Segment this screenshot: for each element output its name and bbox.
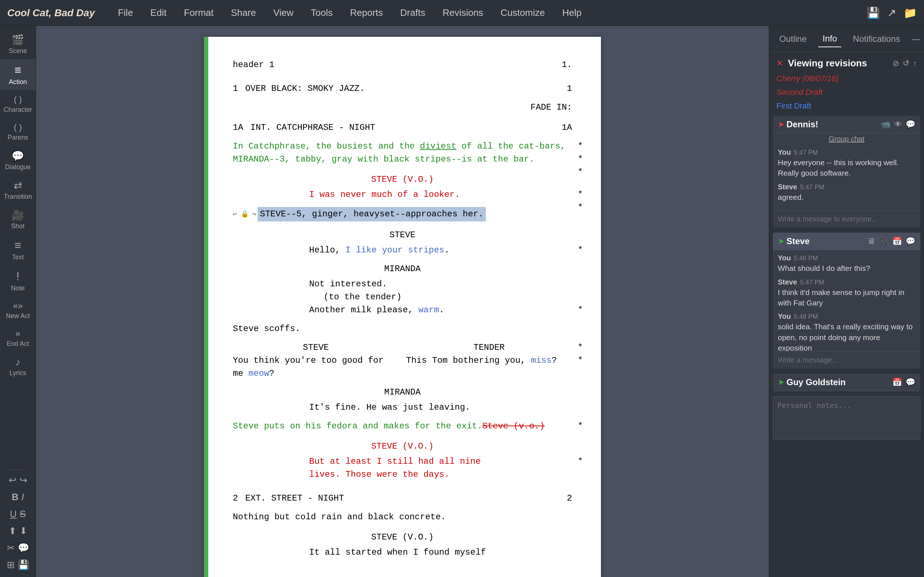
menu-view[interactable]: View <box>265 0 302 26</box>
toolbar-row-5: ✂ 💬 <box>4 540 32 556</box>
steve-message-input[interactable] <box>778 355 915 366</box>
toolbar-character[interactable]: ( ) Character <box>0 90 36 118</box>
personal-notes-input[interactable] <box>773 396 921 440</box>
lyrics-icon: ♪ <box>16 356 21 368</box>
grid-button[interactable]: ⊞ <box>7 559 15 571</box>
toolbar-row-3: U S <box>7 506 29 522</box>
chat-guy-header: ➤ Guy Goldstein 📅 💬 <box>773 374 921 391</box>
transition-label: Transition <box>3 193 32 200</box>
comment-button[interactable]: 💬 <box>18 542 29 554</box>
revision-cherry[interactable]: Cherry (08/07/18) <box>769 72 924 85</box>
chat-msg-steve-2: Steve 5:47 PM I think it'd make sense to… <box>778 278 915 308</box>
action-street: Nothing but cold rain and black concrete… <box>233 511 572 524</box>
save-cloud-icon[interactable]: 💾 <box>867 6 880 19</box>
folder-icon[interactable]: 📁 <box>903 6 917 19</box>
tender-char-dual: TENDER <box>406 341 572 354</box>
menu-revisions[interactable]: Revisions <box>434 0 492 26</box>
fedora-added-text: Steve puts on his fedora and makes for t… <box>233 421 482 431</box>
chat-msg-steve-1: Steve 5:47 PM agreed. <box>778 183 915 202</box>
toolbar-parens[interactable]: ( ) Parens <box>0 118 36 146</box>
revision-first-draft[interactable]: First Draft <box>769 99 924 113</box>
calendar-icon-guy[interactable]: 📅 <box>892 377 902 387</box>
revision-icon-2[interactable]: ↺ <box>903 59 909 68</box>
editor-area[interactable]: header 1 1. 1 OVER BLACK: SMOKY JAZZ. 1 … <box>36 26 769 577</box>
guy-name: Guy Goldstein <box>787 377 846 387</box>
action-catchphrase: In Catchphrase, the busiest and the divi… <box>233 140 572 166</box>
dual-right: TENDER This Tom bothering you, miss? <box>406 341 572 380</box>
blue-warm: warm <box>418 305 439 315</box>
menu-share[interactable]: Share <box>222 0 265 26</box>
message-icon-steve[interactable]: 💬 <box>906 237 915 246</box>
bold-button[interactable]: B <box>11 492 18 503</box>
text-icon: ≡ <box>15 239 21 252</box>
tab-notifications[interactable]: Notifications <box>848 31 905 47</box>
steve-hello-line: Hello, I like your stripes. * <box>233 244 572 257</box>
collapse-panel-button[interactable]: — <box>912 34 921 44</box>
toolbar-shot[interactable]: 🎥 Shot <box>0 205 36 234</box>
action-label: Action <box>9 78 27 86</box>
send-icon-steve: ➤ <box>778 237 784 246</box>
new-act-label: New Act <box>6 312 30 320</box>
menu-edit[interactable]: Edit <box>142 0 175 26</box>
upload-button[interactable]: ⬆ <box>9 525 16 537</box>
revision-second-draft[interactable]: Second Draft <box>769 85 924 99</box>
close-revisions-icon[interactable]: ✕ <box>776 59 783 68</box>
menu-drafts[interactable]: Drafts <box>392 0 434 26</box>
personal-notes-area <box>773 396 921 574</box>
revision-icon-3[interactable]: ↑ <box>913 59 917 68</box>
note-icon: ! <box>16 270 19 283</box>
eye-icon-dennis[interactable]: 👁 <box>894 120 902 129</box>
file-save-button[interactable]: 💾 <box>18 559 29 571</box>
download-button[interactable]: ⬇ <box>19 525 27 537</box>
toolbar-action[interactable]: ≡ Action <box>0 59 36 90</box>
asterisk-5: * <box>578 201 583 214</box>
calendar-icon-steve[interactable]: 📅 <box>892 237 902 246</box>
cut-button[interactable]: ✂ <box>7 542 15 554</box>
miranda-text-2: It's fine. He was just leaving. <box>309 401 496 414</box>
left-toolbar: 🎬 Scene ≡ Action ( ) Character ( ) Paren… <box>0 26 36 577</box>
monitor-icon-steve[interactable]: 🖥 <box>867 237 875 246</box>
miranda-char-2: MIRANDA <box>233 386 572 399</box>
shot-icon: 🎥 <box>11 209 24 221</box>
steve-dual-text: You think you're too good for me meow? <box>233 354 399 380</box>
undo-button[interactable]: ↩ <box>9 475 16 486</box>
video-icon-dennis[interactable]: 📹 <box>881 120 890 129</box>
message-icon-dennis[interactable]: 💬 <box>906 120 915 129</box>
scene-icon: 🎬 <box>11 34 24 46</box>
dialogue-label: Dialogue <box>5 163 31 171</box>
underline-button[interactable]: U <box>10 508 16 520</box>
menu-reports[interactable]: Reports <box>341 0 392 26</box>
toolbar-transition[interactable]: ⇄ Transition <box>0 175 36 205</box>
toolbar-end-act[interactable]: » End Act <box>0 324 36 352</box>
revision-icon-1[interactable]: ⊘ <box>893 59 899 68</box>
phone-icon-steve[interactable]: 📞 <box>879 237 888 246</box>
fedora-deleted-text: Steve (v.o.) <box>482 421 544 431</box>
toolbar-lyrics[interactable]: ♪ Lyrics <box>0 352 36 381</box>
msg-author-steve-2: Steve <box>778 278 797 286</box>
tab-outline[interactable]: Outline <box>775 31 811 47</box>
group-chat-link[interactable]: Group chat <box>773 134 921 145</box>
scene-1-text: OVER BLACK: SMOKY JAZZ. <box>245 82 559 95</box>
toolbar-divider-1 <box>5 470 30 470</box>
menu-customize[interactable]: Customize <box>492 0 554 26</box>
dennis-message-input[interactable] <box>778 213 915 225</box>
italic-button[interactable]: I <box>21 492 24 503</box>
toolbar-text[interactable]: ≡ Text <box>0 234 36 266</box>
toolbar-dialogue[interactable]: 💬 Dialogue <box>0 146 36 175</box>
menu-file[interactable]: File <box>109 0 142 26</box>
share-icon[interactable]: ↗ <box>887 6 896 19</box>
strikethrough-button[interactable]: S <box>19 508 26 520</box>
menu-help[interactable]: Help <box>554 0 590 26</box>
script-page: header 1 1. 1 OVER BLACK: SMOKY JAZZ. 1 … <box>204 37 601 577</box>
toolbar-new-act[interactable]: «» New Act <box>0 297 36 324</box>
note-label: Note <box>11 285 24 292</box>
redo-button[interactable]: ↪ <box>19 475 27 486</box>
message-icon-guy[interactable]: 💬 <box>906 377 915 387</box>
steve-vo-dialogue-1: I was never much of a looker. * * <box>233 188 572 201</box>
toolbar-note[interactable]: ! Note <box>0 266 36 297</box>
menu-format[interactable]: Format <box>175 0 222 26</box>
menu-tools[interactable]: Tools <box>302 0 341 26</box>
steve-name: Steve <box>787 236 809 246</box>
tab-info[interactable]: Info <box>818 31 842 47</box>
toolbar-scene[interactable]: 🎬 Scene <box>0 29 36 59</box>
